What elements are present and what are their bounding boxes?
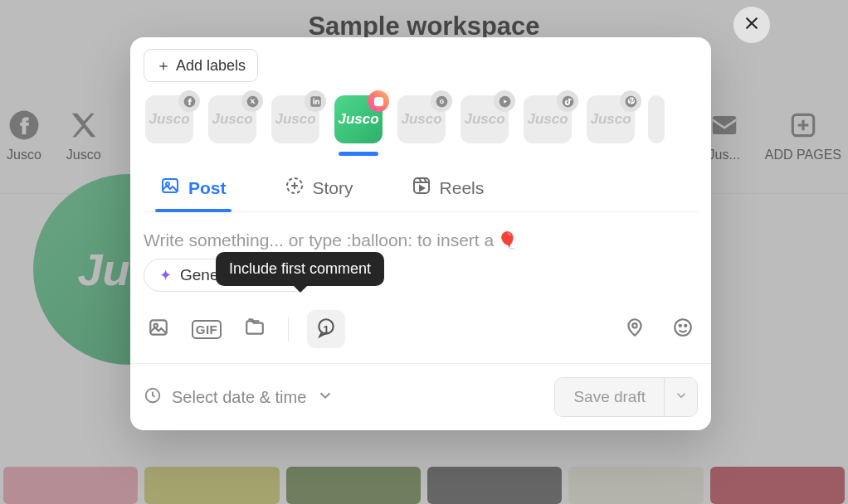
tiktok-icon: [557, 90, 578, 112]
save-draft-button[interactable]: Save draft: [555, 378, 664, 416]
account-more[interactable]: [648, 95, 665, 156]
tab-reels[interactable]: Reels: [412, 176, 485, 211]
toolbar-divider: [288, 317, 289, 342]
location-button[interactable]: [620, 314, 650, 344]
tab-post[interactable]: Post: [160, 176, 227, 211]
story-icon: [285, 176, 305, 200]
save-options-button[interactable]: [664, 378, 697, 416]
svg-point-24: [685, 325, 686, 327]
media-library-button[interactable]: [240, 314, 270, 344]
svg-point-23: [680, 325, 681, 327]
datetime-button[interactable]: Select date & time: [144, 386, 334, 409]
close-button[interactable]: [733, 7, 770, 43]
active-account-indicator: [339, 152, 378, 156]
compose-modal: ＋ Add labels Jusco Jusco Jusco Jusco Jus…: [130, 37, 711, 430]
youtube-icon: [494, 90, 515, 112]
tooltip-text: Include first comment: [229, 260, 371, 277]
add-labels-text: Add labels: [176, 57, 246, 75]
clock-icon: [144, 386, 162, 409]
accounts-row: Jusco Jusco Jusco Jusco Jusco G Jusco Ju…: [130, 82, 711, 156]
compose-toolbar: GIF 1: [130, 292, 711, 363]
compose-placeholder-text: Write something... or type :balloon: to …: [144, 230, 494, 250]
first-comment-button[interactable]: 1: [307, 310, 345, 348]
save-draft-group: Save draft: [554, 377, 698, 417]
close-icon: [743, 15, 760, 35]
account-youtube[interactable]: Jusco: [459, 95, 510, 156]
add-labels-button[interactable]: ＋ Add labels: [144, 49, 258, 82]
tab-label: Story: [313, 178, 353, 198]
add-gif-button[interactable]: GIF: [192, 314, 222, 344]
tab-story[interactable]: Story: [285, 176, 353, 211]
emoji-button[interactable]: [668, 314, 698, 344]
facebook-icon: [178, 90, 200, 112]
preview-button[interactable]: [514, 383, 543, 411]
account-pinterest[interactable]: Jusco: [585, 95, 636, 156]
svg-point-21: [632, 323, 636, 327]
image-icon: [148, 317, 169, 342]
account-linkedin[interactable]: Jusco: [270, 95, 321, 156]
account-tiktok[interactable]: Jusco: [522, 95, 573, 156]
account-facebook[interactable]: Jusco: [144, 95, 195, 156]
comment-count: 1: [323, 323, 329, 336]
reels-icon: [412, 176, 431, 200]
image-icon: [160, 176, 180, 200]
account-instagram[interactable]: Jusco: [333, 95, 384, 156]
account-x[interactable]: Jusco: [207, 95, 258, 156]
svg-text:G: G: [439, 99, 443, 104]
tab-label: Reels: [440, 178, 485, 198]
compose-textarea[interactable]: Write something... or type :balloon: to …: [130, 212, 711, 259]
post-type-tabs: Post Story Reels: [144, 156, 698, 212]
sparkle-icon: ✦: [159, 266, 172, 284]
add-image-button[interactable]: [144, 314, 173, 344]
location-icon: [624, 317, 646, 342]
folder-icon: [244, 317, 266, 342]
google-icon: G: [431, 90, 452, 112]
plus-icon: ＋: [156, 56, 171, 75]
instagram-icon: [368, 90, 389, 112]
tab-label: Post: [188, 178, 227, 198]
balloon-emoji: 🎈: [497, 230, 518, 250]
pinterest-icon: [620, 90, 641, 112]
svg-point-8: [380, 98, 382, 99]
svg-point-12: [562, 95, 573, 107]
account-google[interactable]: Jusco G: [396, 95, 447, 156]
first-comment-tooltip: Include first comment: [216, 252, 384, 286]
emoji-icon: [672, 317, 694, 342]
linkedin-icon: [305, 90, 326, 112]
modal-footer: Select date & time Save draft: [130, 363, 711, 430]
chevron-down-icon: [674, 388, 689, 406]
chevron-down-icon: [316, 386, 334, 409]
gif-icon: GIF: [192, 320, 222, 339]
svg-rect-17: [414, 178, 429, 193]
x-icon: [241, 90, 263, 112]
datetime-label: Select date & time: [172, 388, 306, 407]
svg-point-7: [377, 99, 381, 104]
svg-point-22: [675, 319, 691, 336]
save-label: Save draft: [573, 388, 646, 405]
